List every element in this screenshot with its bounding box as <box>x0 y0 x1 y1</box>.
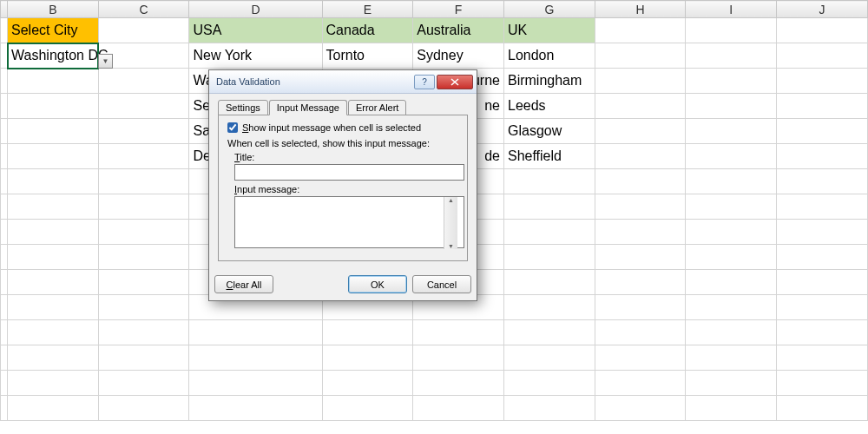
col-header-H[interactable]: H <box>595 1 686 18</box>
show-message-checkbox-row[interactable]: Show input message when cell is selected <box>227 122 458 133</box>
col-header-I[interactable]: I <box>686 1 777 18</box>
cell-B3[interactable] <box>8 69 99 94</box>
cell-H1[interactable] <box>595 18 686 43</box>
close-icon <box>450 78 459 86</box>
scroll-up-icon: ▲ <box>448 197 454 203</box>
show-message-checkbox[interactable] <box>227 122 238 133</box>
when-selected-label: When cell is selected, show this input m… <box>227 138 458 148</box>
cell-E2[interactable]: Tornto <box>322 43 413 69</box>
close-button[interactable] <box>437 75 473 89</box>
cell-D1[interactable]: USA <box>189 18 322 43</box>
title-label: Title: <box>234 152 458 162</box>
col-header-J[interactable]: J <box>777 1 868 18</box>
textarea-scrollbar[interactable]: ▲ ▼ <box>444 197 457 249</box>
cell-E1[interactable]: Canada <box>322 18 413 43</box>
col-edge[interactable] <box>1 1 8 18</box>
tab-panel-input-message: Show input message when cell is selected… <box>218 115 468 261</box>
cell-F2[interactable]: Sydney <box>413 43 504 69</box>
cell-J1[interactable] <box>777 18 868 43</box>
data-validation-dialog: Data Validation ? Settings Input Message… <box>208 69 477 301</box>
cell-G5[interactable]: Glasgow <box>503 119 595 144</box>
dialog-title: Data Validation <box>216 76 280 87</box>
cell-H2[interactable] <box>595 43 686 69</box>
ok-button[interactable]: OK <box>348 275 407 293</box>
tab-input-message[interactable]: Input Message <box>269 100 347 115</box>
col-header-C[interactable]: C <box>98 1 189 18</box>
cell-I1[interactable] <box>686 18 777 43</box>
tab-settings[interactable]: Settings <box>218 100 268 115</box>
title-input[interactable] <box>234 164 464 181</box>
dialog-tabs: Settings Input Message Error Alert <box>218 100 468 115</box>
input-message-textarea[interactable] <box>234 196 464 248</box>
col-header-E[interactable]: E <box>322 1 413 18</box>
input-message-label: Input message: <box>234 184 458 194</box>
help-button[interactable]: ? <box>414 75 435 89</box>
cell-G4[interactable]: Leeds <box>503 94 595 119</box>
dialog-button-row: Clear All OK Cancel <box>209 268 477 300</box>
help-icon: ? <box>422 77 427 87</box>
cell-G2[interactable]: London <box>503 43 595 69</box>
dialog-titlebar[interactable]: Data Validation ? <box>209 70 477 94</box>
col-header-F[interactable]: F <box>413 1 504 18</box>
cell-G3[interactable]: Birmingham <box>503 69 595 94</box>
cell-G6[interactable]: Sheffield <box>503 144 595 169</box>
dropdown-arrow-icon[interactable]: ▼ <box>98 54 113 69</box>
cell-G1[interactable]: UK <box>503 18 595 43</box>
col-header-D[interactable]: D <box>189 1 322 18</box>
show-message-label: Show input message when cell is selected <box>242 122 421 133</box>
cell-C1[interactable] <box>98 18 189 43</box>
col-header-G[interactable]: G <box>503 1 595 18</box>
scroll-down-icon: ▼ <box>448 243 454 249</box>
col-header-B[interactable]: B <box>8 1 99 18</box>
tab-error-alert[interactable]: Error Alert <box>348 100 407 115</box>
clear-all-button[interactable]: Clear All <box>214 275 273 293</box>
cell-B1[interactable]: Select City <box>8 18 99 43</box>
cell-D2[interactable]: New York <box>189 43 322 69</box>
cell-B2-active[interactable]: Washington DC <box>8 43 99 69</box>
cell-F1[interactable]: Australia <box>413 18 504 43</box>
cancel-button[interactable]: Cancel <box>412 275 471 293</box>
